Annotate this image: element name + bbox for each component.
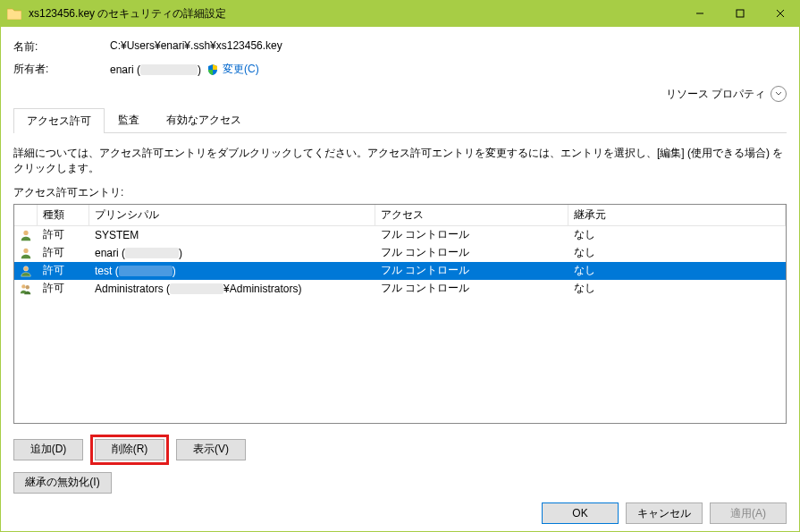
owner-value: enari () <box>110 63 201 76</box>
button-row-2: 継承の無効化(I) <box>13 472 787 494</box>
apply-button[interactable]: 適用(A) <box>710 502 787 524</box>
remove-button[interactable]: 削除(R) <box>95 439 164 460</box>
resource-properties-row: リソース プロパティ <box>13 86 787 102</box>
tab-auditing[interactable]: 監査 <box>105 107 153 132</box>
tab-bar: アクセス許可 監査 有効なアクセス <box>13 107 787 133</box>
tab-permissions[interactable]: アクセス許可 <box>13 108 105 133</box>
grid-header: 種類 プリンシパル アクセス 継承元 <box>14 205 786 226</box>
cell-type: 許可 <box>38 227 89 242</box>
svg-point-6 <box>23 266 28 270</box>
svg-rect-1 <box>737 10 744 17</box>
cell-access: フル コントロール <box>375 245 568 260</box>
col-inherit[interactable]: 継承元 <box>568 205 786 225</box>
dialog-footer: OK キャンセル 適用(A) <box>13 494 787 524</box>
maximize-button[interactable] <box>720 0 760 27</box>
name-row: 名前: C:¥Users¥enari¥.ssh¥xs123456.key <box>13 39 787 55</box>
svg-point-5 <box>23 248 28 252</box>
cell-principal: Administrators (¥Administrators) <box>89 283 375 295</box>
view-button[interactable]: 表示(V) <box>176 439 246 460</box>
description-text: 詳細については、アクセス許可エントリをダブルクリックしてください。アクセス許可エ… <box>13 146 787 176</box>
ok-button[interactable]: OK <box>542 502 619 524</box>
permissions-grid: 種類 プリンシパル アクセス 継承元 許可SYSTEMフル コントロールなし許可… <box>13 204 787 424</box>
entries-label: アクセス許可エントリ: <box>13 185 787 200</box>
svg-point-4 <box>23 230 28 234</box>
chevron-down-icon[interactable] <box>771 86 787 102</box>
col-principal[interactable]: プリンシパル <box>89 205 375 225</box>
window-title: xs123456.key のセキュリティの詳細設定 <box>29 6 679 21</box>
tab-effective-access[interactable]: 有効なアクセス <box>153 107 255 132</box>
table-row[interactable]: 許可enari ()フル コントロールなし <box>14 244 786 262</box>
owner-row: 所有者: enari () 変更(C) <box>13 62 787 77</box>
name-label: 名前: <box>13 39 110 55</box>
cell-access: フル コントロール <box>375 227 568 242</box>
owner-name: enari ( <box>110 63 140 76</box>
svg-point-8 <box>26 285 29 289</box>
folder-icon <box>7 8 21 20</box>
disable-inheritance-button[interactable]: 継承の無効化(I) <box>13 472 112 494</box>
cell-inherit: なし <box>568 227 786 242</box>
highlight-box: 削除(R) <box>90 435 169 465</box>
shield-icon <box>206 63 219 76</box>
titlebar: xs123456.key のセキュリティの詳細設定 <box>0 0 800 27</box>
grid-body: 許可SYSTEMフル コントロールなし許可enari ()フル コントロールなし… <box>14 226 786 423</box>
add-button[interactable]: 追加(D) <box>13 439 83 460</box>
close-button[interactable] <box>760 0 800 27</box>
user-icon <box>14 264 38 278</box>
name-value: C:¥Users¥enari¥.ssh¥xs123456.key <box>110 39 282 55</box>
cell-type: 許可 <box>38 263 89 278</box>
button-row-1: 追加(D) 削除(R) 表示(V) <box>13 435 787 465</box>
cell-principal: enari () <box>89 247 375 259</box>
cell-access: フル コントロール <box>375 263 568 278</box>
table-row[interactable]: 許可Administrators (¥Administrators)フル コント… <box>14 280 786 298</box>
col-type[interactable]: 種類 <box>38 205 89 225</box>
user-icon <box>14 228 38 242</box>
cell-principal: test () <box>89 265 375 277</box>
col-icon[interactable] <box>14 205 38 225</box>
table-row[interactable]: 許可SYSTEMフル コントロールなし <box>14 226 786 244</box>
cell-type: 許可 <box>38 281 89 296</box>
minimize-button[interactable] <box>679 0 720 27</box>
user-icon <box>14 282 38 296</box>
table-row[interactable]: 許可test ()フル コントロールなし <box>14 262 786 280</box>
cell-inherit: なし <box>568 263 786 278</box>
svg-point-7 <box>21 284 25 288</box>
cell-access: フル コントロール <box>375 281 568 296</box>
cell-inherit: なし <box>568 281 786 296</box>
cell-principal: SYSTEM <box>89 229 375 241</box>
owner-label: 所有者: <box>13 62 110 77</box>
cell-type: 許可 <box>38 245 89 260</box>
change-owner-link[interactable]: 変更(C) <box>223 62 259 77</box>
cancel-button[interactable]: キャンセル <box>626 502 703 524</box>
cell-inherit: なし <box>568 245 786 260</box>
content: 名前: C:¥Users¥enari¥.ssh¥xs123456.key 所有者… <box>0 27 800 532</box>
user-icon <box>14 246 38 260</box>
resource-properties-label: リソース プロパティ <box>666 87 765 102</box>
owner-suffix: ) <box>198 63 201 76</box>
col-access[interactable]: アクセス <box>375 205 568 225</box>
redacted-text <box>140 64 198 75</box>
